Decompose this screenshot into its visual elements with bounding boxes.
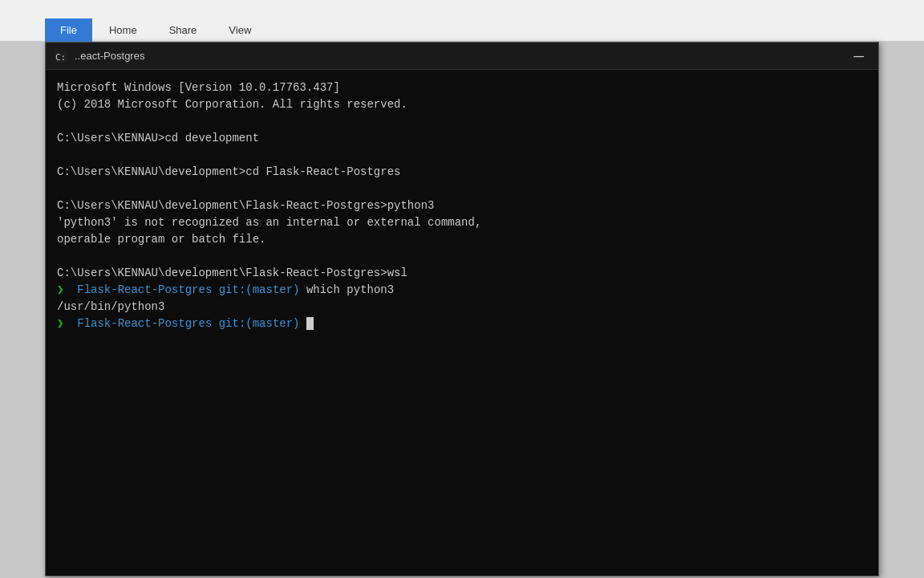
line-2: (c) 2018 Microsoft Corporation. All righ… xyxy=(57,96,867,113)
line-8: C:\Users\KENNAU\development\Flask-React-… xyxy=(57,197,867,214)
terminal-icon: C: xyxy=(54,49,68,63)
terminal-titlebar: C: ..eact-Postgres ─ xyxy=(46,43,878,70)
ribbon: File Home Share View xyxy=(0,0,924,42)
terminal-window: C: ..eact-Postgres ─ Microsoft Windows [… xyxy=(45,42,879,576)
line-1: Microsoft Windows [Version 10.0.17763.43… xyxy=(57,79,867,96)
line-5-empty xyxy=(57,147,867,164)
line-12: C:\Users\KENNAU\development\Flask-React-… xyxy=(57,265,867,282)
terminal-body[interactable]: Microsoft Windows [Version 10.0.17763.43… xyxy=(46,70,878,576)
minimize-button[interactable]: ─ xyxy=(847,49,870,63)
line-10: operable program or batch file. xyxy=(57,231,867,248)
line-6: C:\Users\KENNAU\development>cd Flask-Rea… xyxy=(57,164,867,181)
tab-home[interactable]: Home xyxy=(94,18,152,42)
line-9: 'python3' is not recognized as an intern… xyxy=(57,214,867,231)
line-7-empty xyxy=(57,181,867,197)
tab-share[interactable]: Share xyxy=(154,18,213,42)
line-14: /usr/bin/python3 xyxy=(57,299,867,315)
tab-view[interactable]: View xyxy=(213,18,266,42)
line-13-wsl: ❯ Flask-React-Postgres git:(master) whic… xyxy=(57,282,867,299)
line-11-empty xyxy=(57,248,867,265)
tab-file[interactable]: File xyxy=(45,18,92,42)
terminal-title: ..eact-Postgres xyxy=(75,50,847,62)
line-3-empty xyxy=(57,113,867,130)
svg-text:C:: C: xyxy=(55,52,66,63)
line-4: C:\Users\KENNAU>cd development xyxy=(57,130,867,147)
line-15-prompt: ❯ Flask-React-Postgres git:(master) xyxy=(57,315,867,332)
